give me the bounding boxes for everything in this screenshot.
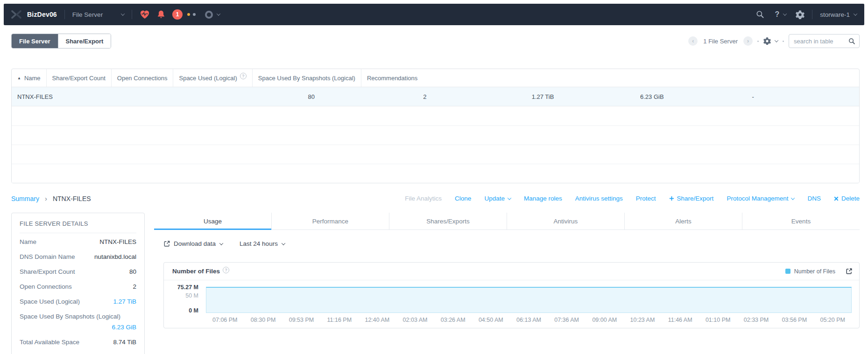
- file-server-table: ▲ Name ? ▲ Share/Export Count ? ▲ Open C…: [11, 69, 860, 183]
- chart-plot-area[interactable]: [206, 287, 852, 313]
- action-link[interactable]: File Analytics: [405, 195, 442, 202]
- cell-name[interactable]: NTNX-FILES: [12, 87, 303, 106]
- column-label: Recommendations: [367, 75, 417, 82]
- chart-area-fill: [206, 287, 852, 313]
- global-search-icon[interactable]: [756, 10, 764, 19]
- detail-tab[interactable]: Usage: [154, 213, 271, 229]
- table-settings-gear-icon[interactable]: [763, 37, 778, 45]
- legend-swatch: [785, 269, 790, 274]
- x-tick-label: 02:33 PM: [744, 317, 769, 323]
- table-column-header[interactable]: ▲ Share/Export Count ?: [46, 69, 111, 87]
- table-column-header[interactable]: ▲ Space Used By Snapshots (Logical) ?: [252, 69, 361, 87]
- detail-tab[interactable]: Events: [742, 213, 860, 229]
- action-link[interactable]: Delete: [834, 195, 860, 202]
- settings-gear-icon[interactable]: [796, 10, 804, 19]
- context-menu-dropdown[interactable]: File Server: [72, 11, 124, 18]
- detail-row: Open Connections 2: [20, 279, 136, 294]
- action-label: Share/Export: [677, 195, 714, 202]
- health-heart-icon[interactable]: [140, 10, 150, 19]
- action-link[interactable]: Clone: [455, 195, 471, 202]
- y-tick-mid: 50 M: [164, 292, 198, 299]
- info-dot-icon[interactable]: [193, 13, 196, 16]
- time-range-dropdown[interactable]: Last 24 hours: [240, 240, 285, 247]
- view-tab[interactable]: File Server: [12, 34, 58, 48]
- detail-tab[interactable]: Antivirus: [507, 213, 624, 229]
- chart-expand-icon[interactable]: [846, 268, 853, 275]
- alert-count-badge[interactable]: 1: [172, 9, 183, 20]
- action-link[interactable]: Manage roles: [524, 195, 562, 202]
- entity-actions: File Analytics Clone: [405, 195, 860, 202]
- divider: [20, 233, 136, 233]
- x-tick-label: 08:30 PM: [251, 317, 276, 323]
- detail-value: 80: [129, 268, 136, 275]
- divider: [132, 10, 132, 19]
- detail-label: Space Used (Logical): [20, 298, 80, 305]
- detail-row: Share/Export Count 80: [20, 264, 136, 279]
- breadcrumb-summary-link[interactable]: Summary: [11, 195, 39, 202]
- action-label: Antivirus settings: [575, 195, 623, 202]
- chart-title: Number of Files: [172, 268, 220, 275]
- x-tick-label: 11:16 PM: [327, 317, 352, 323]
- x-tick-label: 07:06 PM: [212, 317, 238, 323]
- info-icon[interactable]: ?: [240, 73, 247, 79]
- column-label: Space Used By Snapshots (Logical): [258, 75, 355, 82]
- detail-tab[interactable]: Shares/Exports: [389, 213, 507, 229]
- action-link[interactable]: Antivirus settings: [575, 195, 623, 202]
- cell-space-snapshots: 6.23 GiB: [635, 87, 747, 106]
- download-data-dropdown[interactable]: Download data: [163, 240, 223, 247]
- x-tick-label: 03:56 PM: [782, 317, 807, 323]
- action-link[interactable]: DNS: [807, 195, 821, 202]
- action-link[interactable]: Protect: [636, 195, 656, 202]
- table-column-header[interactable]: ▲ Recommendations ?: [361, 69, 423, 87]
- table-search-input[interactable]: [794, 38, 848, 45]
- column-label: Open Connections: [117, 75, 168, 82]
- action-link[interactable]: Share/Export: [669, 195, 714, 202]
- detail-tabs: Usage Performance Shares/Exports Antivir…: [154, 213, 860, 230]
- table-column-header[interactable]: ▲ Name ?: [12, 69, 46, 87]
- help-dropdown[interactable]: ?: [775, 10, 786, 19]
- detail-label: DNS Domain Name: [20, 253, 75, 260]
- detail-value: NTNX-FILES: [99, 238, 136, 245]
- legend-label: Number of Files: [794, 268, 835, 275]
- action-label: File Analytics: [405, 195, 442, 202]
- search-icon: [848, 38, 855, 45]
- tasks-ring-dropdown[interactable]: [205, 11, 220, 19]
- detail-label: Name: [20, 238, 36, 245]
- view-tab-label: Share/Export: [66, 38, 104, 45]
- column-label: Share/Export Count: [52, 75, 106, 82]
- cluster-name: BizDev06: [27, 11, 57, 18]
- action-link[interactable]: Protocol Management: [727, 195, 794, 202]
- detail-tab[interactable]: Alerts: [624, 213, 742, 229]
- x-tick-label: 09:00 AM: [592, 317, 617, 323]
- action-label: Protect: [636, 195, 656, 202]
- action-label: DNS: [807, 195, 821, 202]
- detail-row: DNS Domain Name nutanixbd.local: [20, 249, 136, 264]
- list-toolbar: File Server Share/Export ‹ 1 File Server…: [11, 34, 860, 49]
- pager-next-button[interactable]: ›: [743, 36, 753, 46]
- chevron-down-icon: [783, 12, 787, 15]
- table-column-header[interactable]: ▲ Space Used (Logical) ?: [173, 69, 252, 87]
- view-tab[interactable]: Share/Export: [58, 34, 111, 48]
- chart-legend: Number of Files: [785, 268, 835, 275]
- detail-tab[interactable]: Performance: [271, 213, 389, 229]
- x-tick-label: 03:26 AM: [441, 317, 466, 323]
- view-tab-label: File Server: [19, 38, 50, 45]
- x-tick-label: 09:53 PM: [289, 317, 314, 323]
- nutanix-logo-icon[interactable]: [11, 10, 21, 19]
- user-menu-dropdown[interactable]: storware-1: [820, 11, 857, 18]
- details-panel-title: FILE SERVER DETAILS: [20, 220, 136, 227]
- chevron-down-icon: [121, 12, 125, 15]
- info-icon[interactable]: ?: [223, 267, 229, 273]
- chevron-down-icon: [282, 241, 285, 245]
- detail-row: Total Available Space 8.74 TiB: [20, 334, 136, 349]
- pager-prev-button[interactable]: ‹: [688, 36, 698, 46]
- chevron-down-icon: [508, 196, 511, 200]
- warning-dot-icon[interactable]: [187, 13, 190, 16]
- table-column-header[interactable]: ▲ Open Connections ?: [111, 69, 173, 87]
- action-link[interactable]: Update: [484, 195, 511, 202]
- table-header-row: ▲ Name ? ▲ Share/Export Count ? ▲ Open C…: [12, 69, 859, 87]
- alerts-bell-icon[interactable]: [156, 10, 166, 19]
- table-row[interactable]: NTNX-FILES 80 2 1.27 TiB 6.23 GiB -: [12, 87, 859, 106]
- export-icon: [163, 240, 170, 247]
- detail-label: Share/Export Count: [20, 268, 75, 275]
